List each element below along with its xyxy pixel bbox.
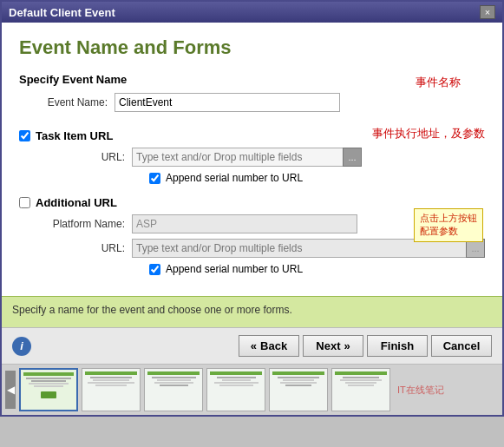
task-url-annotation: 事件执行地址，及参数 bbox=[372, 126, 485, 141]
task-url-field-label: URL: bbox=[36, 151, 132, 163]
next-arrow-icon: » bbox=[344, 339, 350, 352]
cancel-button[interactable]: Cancel bbox=[431, 335, 492, 357]
additional-url-annotation: 点击上方按钮 配置参数 bbox=[414, 208, 483, 242]
event-name-label: Event Name: bbox=[19, 96, 115, 108]
additional-url-field-label: URL: bbox=[36, 242, 132, 254]
thumbnail-6[interactable] bbox=[331, 368, 390, 411]
platform-name-input[interactable] bbox=[132, 214, 357, 233]
page-heading: Event Name and Forms bbox=[19, 36, 485, 59]
task-url-checkbox[interactable] bbox=[19, 130, 30, 141]
finish-button[interactable]: Finish bbox=[367, 335, 428, 357]
thumbnail-4[interactable] bbox=[206, 368, 265, 411]
button-bar: i « Back Next » Finish Cancel bbox=[2, 327, 502, 364]
title-bar: Default Client Event × bbox=[2, 2, 502, 23]
thumbnail-5[interactable] bbox=[269, 368, 328, 411]
task-url-input[interactable] bbox=[132, 148, 343, 167]
status-message: Specify a name for the event and choose … bbox=[12, 304, 292, 316]
task-url-input-group: ... bbox=[132, 148, 362, 167]
task-append-checkbox[interactable] bbox=[149, 173, 160, 184]
back-button[interactable]: « Back bbox=[239, 335, 299, 357]
task-url-header: Task Item URL bbox=[19, 129, 362, 142]
status-bar: Specify a name for the event and choose … bbox=[2, 296, 502, 327]
task-append-row: Append serial number to URL bbox=[149, 172, 362, 184]
next-label: Next bbox=[316, 339, 340, 352]
event-name-section-label: Specify Event Name bbox=[19, 73, 405, 86]
prev-thumbnail-arrow[interactable]: ◀ bbox=[5, 371, 16, 409]
thumbnails-bar: ◀ bbox=[2, 364, 502, 415]
thumbnail-2[interactable] bbox=[82, 368, 141, 411]
dialog: Default Client Event × Event Name and Fo… bbox=[0, 0, 504, 417]
task-url-label: Task Item URL bbox=[36, 129, 113, 142]
additional-append-row: Append serial number to URL bbox=[149, 263, 485, 275]
dialog-content: Event Name and Forms Specify Event Name … bbox=[2, 23, 502, 296]
thumbnail-1[interactable] bbox=[19, 368, 78, 411]
back-arrow-icon: « bbox=[251, 339, 257, 352]
platform-name-label: Platform Name: bbox=[36, 218, 132, 230]
watermark: IT在线笔记 bbox=[397, 384, 444, 397]
additional-url-label: Additional URL bbox=[36, 196, 117, 209]
task-append-label: Append serial number to URL bbox=[166, 172, 303, 184]
cancel-label: Cancel bbox=[443, 339, 481, 352]
next-button[interactable]: Next » bbox=[303, 335, 363, 357]
thumbnail-3[interactable] bbox=[144, 368, 203, 411]
info-icon: i bbox=[12, 337, 31, 356]
finish-label: Finish bbox=[381, 339, 414, 352]
task-url-ellipsis-button[interactable]: ... bbox=[343, 148, 362, 167]
additional-append-label: Append serial number to URL bbox=[166, 263, 303, 275]
dialog-title: Default Client Event bbox=[9, 6, 115, 19]
additional-url-header: Additional URL bbox=[19, 196, 485, 209]
back-label: Back bbox=[260, 339, 287, 352]
additional-url-checkbox[interactable] bbox=[19, 197, 30, 208]
additional-append-checkbox[interactable] bbox=[149, 264, 160, 275]
event-name-annotation: 事件名称 bbox=[416, 75, 485, 90]
event-name-input[interactable] bbox=[115, 93, 340, 112]
close-button[interactable]: × bbox=[480, 5, 495, 19]
